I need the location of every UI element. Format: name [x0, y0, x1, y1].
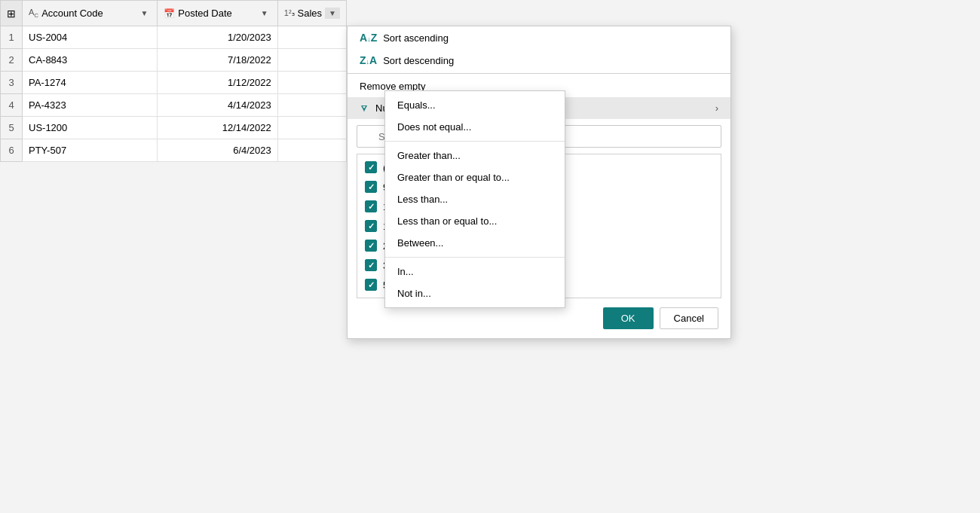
sales-3	[277, 72, 346, 94]
date-6: 6/4/2023	[158, 139, 277, 162]
sales-header[interactable]: 1²₃ Sales ▼	[277, 1, 346, 26]
date-2: 7/18/2022	[158, 49, 277, 72]
account-code-header[interactable]: AC Account Code ▼	[23, 1, 158, 26]
date-1: 1/20/2023	[158, 26, 277, 49]
sales-dropdown[interactable]: ▼	[325, 8, 340, 19]
date-5: 12/14/2022	[158, 117, 277, 139]
table-row: 2 CA-8843 7/18/2022	[1, 49, 347, 72]
submenu-arrow-icon: ›	[715, 102, 718, 114]
checkbox-select-all-box[interactable]: ✓	[365, 161, 377, 173]
sort-desc-icon: Z↓A	[360, 54, 377, 66]
checkbox-187-box[interactable]: ✓	[365, 220, 377, 232]
less-than-label: Less than...	[397, 194, 448, 205]
table-row: 5 US-1200 12/14/2022	[1, 117, 347, 139]
checkmark-icon: ✓	[368, 163, 375, 173]
posted-date-header[interactable]: 📅 Posted Date ▼	[158, 1, 277, 26]
submenu-in[interactable]: In...	[385, 261, 565, 282]
submenu-less-than[interactable]: Less than...	[385, 188, 565, 210]
number-filters-submenu: Equals... Does not equal... Greater than…	[384, 90, 565, 308]
checkbox-350-box[interactable]: ✓	[365, 259, 377, 271]
date-type-icon: 📅	[164, 8, 175, 19]
row-num-6: 6	[1, 139, 23, 162]
greater-equal-label: Greater than or equal to...	[397, 172, 510, 183]
account-code-label: Account Code	[41, 8, 103, 19]
menu-divider-1	[348, 73, 730, 74]
cancel-button[interactable]: Cancel	[660, 307, 718, 329]
data-table: ⊞ AC Account Code ▼ 📅 Posted Date ▼	[0, 0, 347, 162]
number-type-icon: 1²₃	[284, 8, 295, 18]
table-row: 4 PA-4323 4/14/2023	[1, 94, 347, 117]
submenu-greater-than[interactable]: Greater than...	[385, 145, 565, 166]
account-4: PA-4323	[23, 94, 158, 117]
in-label: In...	[397, 266, 414, 277]
checkbox-580-box[interactable]: ✓	[365, 279, 377, 291]
submenu-divider-1	[385, 141, 565, 142]
row-num-5: 5	[1, 117, 23, 139]
account-3: PA-1274	[23, 72, 158, 94]
row-num-2: 2	[1, 49, 23, 72]
sales-2	[277, 49, 346, 72]
not-equal-label: Does not equal...	[397, 121, 471, 133]
sort-descending-item[interactable]: Z↓A Sort descending	[348, 49, 730, 72]
checkmark-icon: ✓	[368, 182, 375, 192]
submenu-greater-equal[interactable]: Greater than or equal to...	[385, 166, 565, 188]
checkmark-icon: ✓	[368, 280, 375, 290]
sales-label: Sales	[298, 8, 323, 19]
checkbox-90-box[interactable]: ✓	[365, 181, 377, 193]
row-num-1: 1	[1, 26, 23, 49]
date-4: 4/14/2023	[158, 94, 277, 117]
sort-ascending-item[interactable]: A↓Z Sort ascending	[348, 26, 730, 49]
row-num-3: 3	[1, 72, 23, 94]
submenu-not-equal[interactable]: Does not equal...	[385, 116, 565, 138]
checkmark-icon: ✓	[368, 241, 375, 251]
checkmark-icon: ✓	[368, 261, 375, 270]
sort-ascending-label: Sort ascending	[383, 32, 449, 44]
table-header-row: ⊞ AC Account Code ▼ 📅 Posted Date ▼	[1, 1, 347, 26]
checkmark-icon: ✓	[368, 202, 375, 212]
table-row: 6 PTY-507 6/4/2023	[1, 139, 347, 162]
sales-6	[277, 139, 346, 162]
checkbox-280-box[interactable]: ✓	[365, 240, 377, 252]
table-row: 1 US-2004 1/20/2023	[1, 26, 347, 49]
greater-than-label: Greater than...	[397, 150, 461, 161]
funnel-icon: ⛛	[360, 102, 369, 114]
sales-5	[277, 117, 346, 139]
submenu-less-equal[interactable]: Less than or equal to...	[385, 210, 565, 232]
text-type-icon: AC	[29, 8, 38, 19]
submenu-between[interactable]: Between...	[385, 232, 565, 254]
submenu-equals[interactable]: Equals...	[385, 94, 565, 116]
row-num-4: 4	[1, 94, 23, 117]
ok-button[interactable]: OK	[603, 307, 654, 329]
account-code-dropdown[interactable]: ▼	[137, 8, 151, 19]
sort-descending-label: Sort descending	[383, 55, 454, 66]
account-1: US-2004	[23, 26, 158, 49]
account-2: CA-8843	[23, 49, 158, 72]
between-label: Between...	[397, 237, 443, 249]
checkbox-110-box[interactable]: ✓	[365, 200, 377, 212]
equals-label: Equals...	[397, 99, 436, 111]
posted-date-label: Posted Date	[178, 8, 232, 19]
posted-date-dropdown[interactable]: ▼	[258, 8, 271, 19]
sales-1	[277, 26, 346, 49]
account-6: PTY-507	[23, 139, 158, 162]
row-num-header: ⊞	[1, 1, 23, 26]
not-in-label: Not in...	[397, 288, 431, 299]
submenu-not-in[interactable]: Not in...	[385, 282, 565, 304]
sort-asc-icon: A↓Z	[360, 32, 377, 44]
sales-4	[277, 94, 346, 117]
date-3: 1/12/2022	[158, 72, 277, 94]
checkmark-icon: ✓	[368, 221, 375, 231]
submenu-divider-2	[385, 257, 565, 258]
less-equal-label: Less than or equal to...	[397, 215, 497, 227]
main-container: ⊞ AC Account Code ▼ 📅 Posted Date ▼	[0, 0, 980, 513]
grid-icon: ⊞	[7, 8, 16, 20]
table-row: 3 PA-1274 1/12/2022	[1, 72, 347, 94]
account-5: US-1200	[23, 117, 158, 139]
